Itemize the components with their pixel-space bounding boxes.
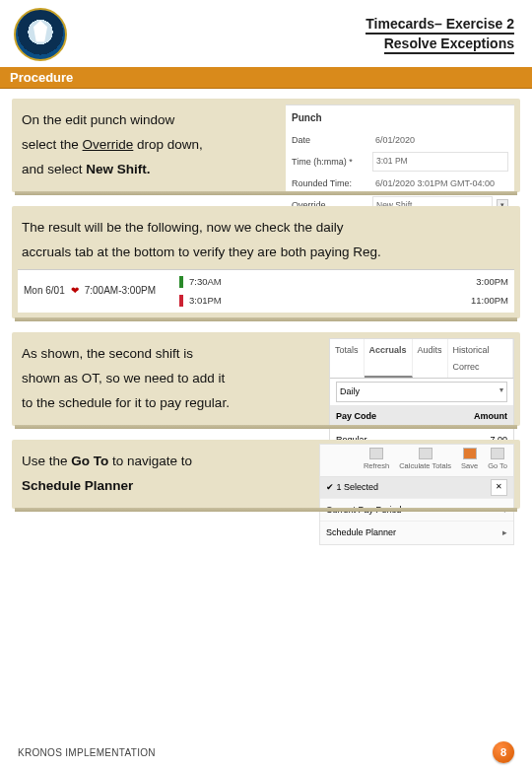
step-panel-3: As shown, the second shift is shown as O… (12, 332, 520, 426)
indicator-red-icon (179, 295, 183, 307)
refresh-icon (369, 448, 383, 459)
chevron-down-icon (502, 502, 507, 519)
period-select[interactable]: Current Pay Period (320, 498, 513, 522)
schedule-planner-item[interactable]: Schedule Planner (320, 521, 513, 544)
tab-historical[interactable]: Historical Correc (448, 339, 513, 378)
tab-audits[interactable]: Audits (413, 339, 448, 378)
indicator-green-icon (179, 276, 183, 288)
tab-accruals[interactable]: Accruals (365, 339, 413, 378)
punch-row-time: Time (h:mma) *3:01 PM (286, 150, 514, 174)
step1-line3: and select New Shift. (22, 158, 268, 182)
page-footer: KRONOS IMPLEMENTATION 8 (0, 741, 532, 763)
content-area: On the edit punch window select the Over… (0, 89, 532, 509)
accruals-tabs: Totals Accruals Audits Historical Correc (330, 339, 513, 379)
step-panel-4: Use the Go To to navigate to Schedule Pl… (12, 440, 520, 509)
step2-text: The result will be the following, now we… (22, 216, 510, 265)
step4-line1: Use the Go To to navigate to (22, 450, 268, 474)
save-icon (463, 448, 477, 459)
toolbar: Refresh Calculate Totals Save Go To (320, 445, 513, 477)
step4-text: Use the Go To to navigate to Schedule Pl… (22, 450, 268, 499)
punch-row-date: Date6/01/2020 (286, 130, 514, 151)
refresh-button[interactable]: Refresh (364, 448, 389, 473)
timecard-row: Mon 6/01 ❤ 7:00AM-3:00PM 7:30AM 3:01PM 3… (18, 269, 514, 313)
goto-widget: Refresh Calculate Totals Save Go To ✔ 1 … (319, 444, 514, 545)
footer-text: KRONOS IMPLEMENTATION (18, 747, 156, 758)
heart-icon: ❤ (71, 282, 79, 301)
step-panel-2: The result will be the following, now we… (12, 206, 520, 318)
step1-line2: select the Override drop down, (22, 133, 268, 158)
procedure-heading: Procedure (0, 67, 532, 89)
punch-time-input[interactable]: 3:01 PM (372, 152, 508, 172)
calculate-icon (419, 448, 432, 459)
selected-bar: ✔ 1 Selected ✕ (320, 477, 513, 498)
step3-text: As shown, the second shift is shown as O… (22, 342, 317, 416)
chevron-right-icon (502, 524, 507, 541)
punch-row-rounded: Rounded Time:6/01/2020 3:01PM GMT-04:00 (286, 174, 514, 194)
step1-line1: On the edit punch window (22, 108, 268, 133)
timecard-day: Mon 6/01 ❤ 7:00AM-3:00PM (24, 282, 171, 301)
goto-button[interactable]: Go To (488, 448, 507, 473)
title-block: Timecards– Exercise 2 Resolve Exceptions (366, 15, 514, 54)
step1-text: On the edit punch window select the Over… (22, 108, 268, 182)
goto-icon (491, 448, 504, 459)
calculate-button[interactable]: Calculate Totals (399, 448, 451, 473)
state-seal-icon (14, 8, 67, 61)
accruals-scope-select[interactable]: Daily (336, 382, 507, 402)
title-line-1: Timecards– Exercise 2 (366, 16, 514, 35)
punch-title: Punch (286, 105, 514, 130)
save-button[interactable]: Save (461, 448, 478, 473)
close-icon[interactable]: ✕ (491, 479, 507, 496)
page-header: Timecards– Exercise 2 Resolve Exceptions (0, 0, 532, 67)
accruals-header: Pay Code Amount (330, 405, 513, 429)
page-number-badge: 8 (493, 741, 514, 763)
tab-totals[interactable]: Totals (330, 339, 365, 378)
title-line-2: Resolve Exceptions (384, 35, 514, 54)
step-panel-1: On the edit punch window select the Over… (12, 99, 520, 192)
